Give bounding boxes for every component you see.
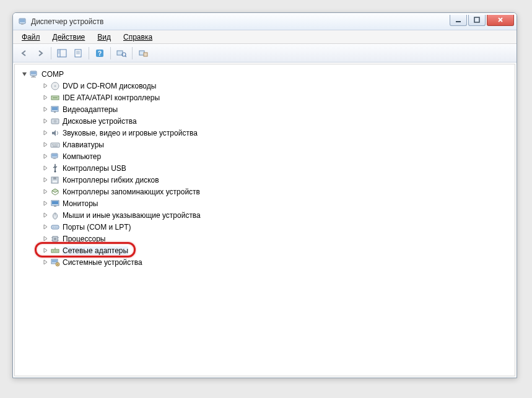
separator xyxy=(110,47,111,59)
window-title: Диспетчер устройств xyxy=(31,17,450,26)
tree-node-computer[interactable]: Компьютер xyxy=(41,150,512,162)
tree-item-label: IDE ATA/ATAPI контроллеры xyxy=(63,93,160,102)
tree-item-label: Видеоадаптеры xyxy=(63,105,118,114)
expand-icon[interactable] xyxy=(42,142,48,148)
tree-item-label: Мыши и иные указывающие устройства xyxy=(63,211,201,220)
expand-icon[interactable] xyxy=(42,212,48,218)
device-enable-button[interactable] xyxy=(136,46,150,61)
expand-icon[interactable] xyxy=(42,165,48,171)
expand-icon[interactable] xyxy=(42,130,48,136)
expand-icon[interactable] xyxy=(42,224,48,230)
expand-icon[interactable] xyxy=(42,106,48,113)
svg-rect-23 xyxy=(31,77,36,77)
network-icon xyxy=(50,246,60,256)
tree-root-label: COMP xyxy=(41,70,64,79)
monitor-icon xyxy=(50,199,60,209)
svg-rect-38 xyxy=(53,145,58,146)
svg-rect-67 xyxy=(52,260,57,262)
tree-node-keyboard[interactable]: Клавиатуры xyxy=(41,139,512,150)
expand-icon[interactable] xyxy=(42,236,48,242)
tree-node-ide[interactable]: IDE ATA/ATAPI контроллеры xyxy=(41,92,512,103)
tree-node-monitor[interactable]: Мониторы xyxy=(41,197,512,209)
tree-node-storage-ctrl[interactable]: Контроллеры запоминающих устройств xyxy=(41,186,512,197)
back-button[interactable] xyxy=(17,46,32,61)
collapse-icon[interactable] xyxy=(21,71,27,77)
expand-icon[interactable] xyxy=(42,154,48,160)
svg-rect-35 xyxy=(54,144,55,145)
app-icon xyxy=(18,17,28,27)
expand-icon[interactable] xyxy=(42,248,48,254)
svg-rect-44 xyxy=(53,177,56,180)
mouse-icon xyxy=(50,210,60,220)
window-controls xyxy=(450,15,514,26)
svg-line-17 xyxy=(125,56,126,57)
help-button[interactable]: ? xyxy=(92,46,107,61)
expand-icon[interactable] xyxy=(42,201,48,207)
cpu-icon xyxy=(50,234,60,244)
computer-icon xyxy=(50,152,60,162)
svg-rect-19 xyxy=(144,53,147,56)
tree-item-label: Системные устройства xyxy=(63,258,142,267)
tree-node-usb[interactable]: Контроллеры USB xyxy=(41,162,512,174)
tree-node-port[interactable]: Порты (COM и LPT) xyxy=(41,221,512,233)
expand-icon[interactable] xyxy=(42,177,48,183)
tree-item-label: Контроллеры USB xyxy=(63,164,126,173)
svg-point-25 xyxy=(55,85,56,87)
svg-rect-29 xyxy=(52,107,58,110)
svg-point-53 xyxy=(55,227,56,228)
tree-item-label: Звуковые, видео и игровые устройства xyxy=(63,129,198,137)
tree-node-sound[interactable]: Звуковые, видео и игровые устройства xyxy=(41,127,512,139)
tree-node-system[interactable]: Системные устройства xyxy=(41,256,512,268)
device-tree: COMP DVD и CD-ROM дисководыIDE ATA/ATAPI… xyxy=(17,68,512,268)
svg-rect-37 xyxy=(57,144,58,145)
show-hide-console-button[interactable] xyxy=(55,46,69,61)
svg-point-42 xyxy=(55,170,56,172)
properties-button[interactable] xyxy=(71,46,85,61)
minimize-button[interactable] xyxy=(450,15,467,26)
expand-icon[interactable] xyxy=(42,83,48,89)
computer-icon xyxy=(29,69,39,79)
expand-icon[interactable] xyxy=(42,259,48,266)
svg-text:?: ? xyxy=(98,50,102,57)
device-tree-panel: COMP DVD и CD-ROM дисководыIDE ATA/ATAPI… xyxy=(14,64,515,376)
tree-item-label: Дисковые устройства xyxy=(63,117,137,126)
floppy-ctrl-icon xyxy=(50,175,60,185)
scan-hardware-button[interactable] xyxy=(114,46,129,61)
hdd-icon xyxy=(50,116,60,126)
tree-root-computer[interactable]: COMP xyxy=(20,68,512,80)
storage-ctrl-icon xyxy=(50,187,60,197)
svg-rect-63 xyxy=(55,251,56,251)
svg-rect-62 xyxy=(53,251,54,251)
separator xyxy=(132,47,133,59)
tree-node-hdd[interactable]: Дисковые устройства xyxy=(41,115,512,127)
svg-rect-21 xyxy=(31,72,36,74)
svg-rect-36 xyxy=(55,144,56,145)
tree-node-cpu[interactable]: Процессоры xyxy=(41,233,512,244)
expand-icon[interactable] xyxy=(42,189,48,195)
tree-node-disc[interactable]: DVD и CD-ROM дисководы xyxy=(41,80,512,92)
expand-icon[interactable] xyxy=(42,118,48,124)
close-button[interactable] xyxy=(487,15,514,26)
svg-rect-7 xyxy=(58,51,59,51)
tree-item-label: Сетевые адаптеры xyxy=(63,246,128,255)
tree-node-display[interactable]: Видеоадаптеры xyxy=(41,103,512,115)
titlebar[interactable]: Диспетчер устройств xyxy=(13,13,517,30)
menubar: Файл Действие Вид Справка xyxy=(13,30,517,44)
tree-node-network[interactable]: Сетевые адаптеры xyxy=(41,244,512,256)
maximize-button[interactable] xyxy=(468,15,486,26)
svg-rect-22 xyxy=(32,76,35,77)
tree-item-label: Контроллеры запоминающих устройств xyxy=(63,188,200,196)
tree-node-floppy-ctrl[interactable]: Контроллеры гибких дисков xyxy=(41,174,512,186)
menu-view[interactable]: Вид xyxy=(92,32,116,43)
menu-file[interactable]: Файл xyxy=(17,32,45,43)
svg-point-54 xyxy=(56,227,58,228)
tree-item-label: Порты (COM и LPT) xyxy=(63,223,131,231)
expand-icon[interactable] xyxy=(42,95,48,101)
toolbar: ? xyxy=(13,44,517,63)
tree-node-mouse[interactable]: Мыши и иные указывающие устройства xyxy=(41,209,512,221)
tree-item-label: DVD и CD-ROM дисководы xyxy=(63,82,156,90)
tree-item-label: Контроллеры гибких дисков xyxy=(63,176,159,184)
menu-action[interactable]: Действие xyxy=(48,32,90,43)
forward-button[interactable] xyxy=(33,46,48,61)
menu-help[interactable]: Справка xyxy=(118,32,157,43)
